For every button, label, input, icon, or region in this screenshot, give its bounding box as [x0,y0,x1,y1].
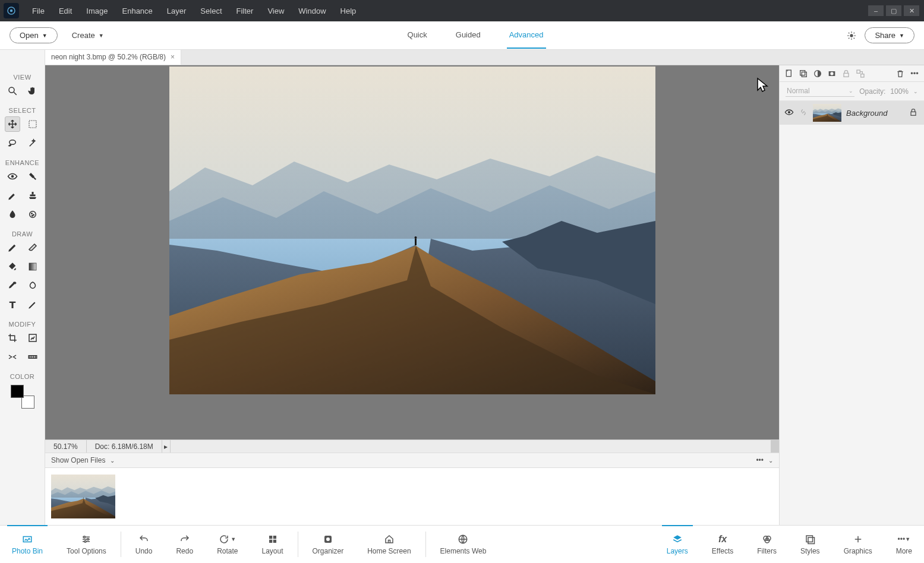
btn-redo[interactable]: Redo [164,526,205,563]
globe-icon [458,533,468,545]
magic-wand-tool[interactable] [25,135,40,151]
eraser-tool[interactable] [25,240,40,255]
link-icon[interactable] [856,69,865,78]
btn-organizer[interactable]: Organizer [301,526,356,563]
window-maximize[interactable]: ▢ [886,5,901,16]
eyedropper-tool[interactable] [5,278,20,293]
btn-elements-web[interactable]: Elements Web [428,526,499,563]
menu-file[interactable]: File [25,0,52,21]
color-swatches[interactable] [11,385,34,409]
cursor-icon [756,77,770,94]
zoom-tool[interactable] [5,83,20,99]
svg-point-49 [326,537,330,541]
close-icon[interactable]: × [171,53,175,61]
btn-undo[interactable]: Undo [124,526,165,563]
layer-lock-icon[interactable] [909,107,919,119]
redeye-tool[interactable] [5,169,20,184]
btn-home-screen[interactable]: Home Screen [355,526,422,563]
lasso-tool[interactable] [5,135,20,151]
chevron-down-icon[interactable]: ⌄ [913,88,918,94]
lock-icon[interactable] [841,69,851,78]
canvas-area[interactable] [45,65,779,439]
menu-help[interactable]: Help [333,0,364,21]
sliders-icon [81,533,92,545]
photobin-thumbnail[interactable] [51,475,115,518]
chevron-down-icon[interactable]: ⌄ [768,457,773,464]
layer-item[interactable]: Background [780,101,924,125]
status-zoom[interactable]: 50.17% [45,440,87,453]
file-tab-bar: neon night 3.bmp @ 50.2% (RGB/8) × [45,50,924,65]
tab-quick[interactable]: Quick [405,22,430,49]
btn-tool-options[interactable]: Tool Options [55,526,118,563]
menu-select[interactable]: Select [193,0,229,21]
smart-brush-tool[interactable] [5,188,20,203]
more-icon[interactable]: ••• [756,456,764,464]
status-arrow-icon[interactable]: ▸ [162,440,171,453]
layer-name[interactable]: Background [846,109,904,118]
tab-advanced[interactable]: Advanced [507,22,546,49]
share-label: Share [875,31,895,40]
btn-rotate[interactable]: ▼ Rotate [205,526,250,563]
new-group-icon[interactable] [799,69,808,78]
menu-layer[interactable]: Layer [160,0,194,21]
menu-image[interactable]: Image [79,0,115,21]
status-doc: Doc: 6.18M/6.18M [87,440,162,453]
crop-tool[interactable] [5,330,20,346]
btn-filters[interactable]: Filters [745,526,789,563]
undo-icon [138,533,149,545]
marquee-tool[interactable] [25,116,40,132]
opacity-value[interactable]: 100% [890,87,909,96]
blur-tool[interactable] [5,207,20,222]
pencil-tool[interactable] [25,297,40,312]
panel-menu-icon[interactable]: ••• [910,69,919,78]
bottom-bar: Photo Bin Tool Options Undo Redo ▼ Rotat… [0,525,924,563]
chevron-down-icon[interactable]: ⌄ [110,457,115,464]
btn-effects[interactable]: fx Effects [700,526,745,563]
share-button[interactable]: Share ▼ [865,27,914,43]
scrollbar-handle[interactable] [771,440,779,453]
window-close[interactable]: ✕ [904,5,919,16]
move-tool[interactable] [5,116,20,132]
layer-thumbnail [813,104,841,122]
paint-bucket-tool[interactable] [5,259,20,274]
btn-graphics[interactable]: Graphics [832,526,884,563]
menu-enhance[interactable]: Enhance [115,0,160,21]
recompose-tool[interactable] [25,330,40,346]
menu-filter[interactable]: Filter [229,0,261,21]
file-tab[interactable]: neon night 3.bmp @ 50.2% (RGB/8) × [45,50,181,65]
visibility-icon[interactable] [784,107,794,119]
brush-tool[interactable] [5,240,20,255]
plus-icon [853,533,863,545]
gradient-tool[interactable] [25,259,40,274]
menu-window[interactable]: Window [291,0,333,21]
menu-edit[interactable]: Edit [52,0,79,21]
trash-icon[interactable] [895,69,905,78]
shape-tool[interactable] [25,278,40,293]
mask-icon[interactable] [827,69,837,78]
foreground-color[interactable] [11,385,24,398]
layer-link-icon[interactable] [799,108,808,118]
btn-more[interactable]: ••• ▼ More [884,526,924,563]
open-button[interactable]: Open ▼ [10,27,58,43]
adjust-layer-icon[interactable] [813,69,822,78]
spot-heal-tool[interactable] [25,169,40,184]
sponge-tool[interactable] [25,207,40,222]
window-minimize[interactable]: – [868,5,884,16]
create-button[interactable]: Create ▼ [72,31,104,40]
clone-stamp-tool[interactable] [25,188,40,203]
group-select-label: SELECT [9,107,36,114]
brightness-icon[interactable] [847,31,856,40]
btn-layers[interactable]: Layers [655,526,700,563]
btn-layout[interactable]: Layout [250,526,295,563]
blend-mode-select[interactable]: Normal ⌄ [786,86,854,97]
photobin-title[interactable]: Show Open Files [51,456,105,464]
menu-view[interactable]: View [260,0,291,21]
btn-styles[interactable]: Styles [789,526,832,563]
hand-tool[interactable] [25,83,40,99]
btn-photo-bin[interactable]: Photo Bin [0,526,55,563]
tab-guided[interactable]: Guided [453,22,483,49]
straighten-tool[interactable] [25,349,40,365]
content-aware-tool[interactable] [5,349,20,365]
type-tool[interactable] [5,297,20,312]
new-layer-icon[interactable] [784,69,794,78]
